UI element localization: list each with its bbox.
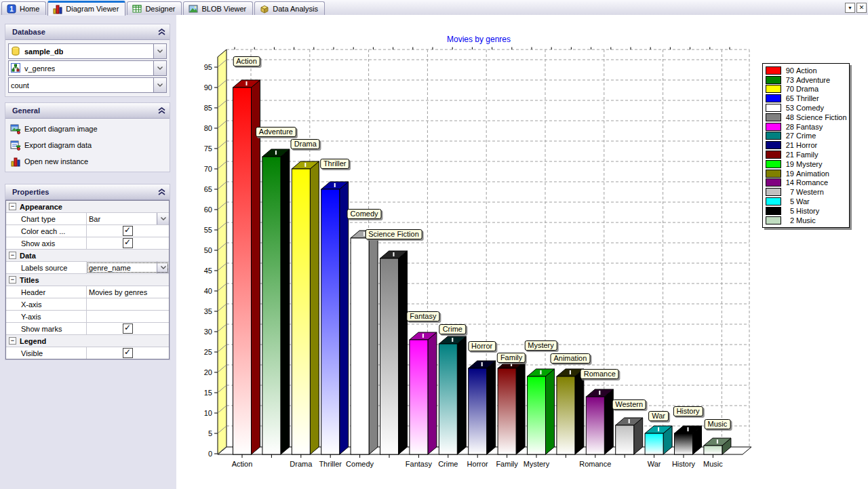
legend-label: Adventure — [796, 76, 830, 84]
property-row-header: Header Movies by genres — [6, 286, 169, 298]
legend-swatch — [766, 151, 781, 159]
collapse-chevron-icon[interactable] — [158, 189, 165, 195]
legend-value: 27 — [784, 132, 794, 140]
legend-item-History: 5History — [766, 206, 848, 216]
legend-visible-checkbox[interactable] — [123, 348, 133, 358]
bar-History — [675, 426, 702, 454]
tab-designer[interactable]: Designer — [127, 1, 182, 15]
legend-label: Music — [796, 216, 816, 224]
legend-swatch — [766, 197, 781, 206]
legend-swatch — [766, 94, 781, 102]
collapse-chevron-icon[interactable] — [158, 107, 165, 114]
bar-Adventure — [262, 149, 290, 454]
open-new-instance-command[interactable]: Open new instance — [7, 153, 167, 170]
color-each-checkbox[interactable] — [123, 226, 133, 236]
chart-legend: 90Action73Adventure70Drama65Thriller53Co… — [762, 63, 850, 228]
svg-text:Movies by genres: Movies by genres — [447, 35, 511, 44]
tab-diagram-viewer[interactable]: Diagram Viewer — [47, 1, 125, 16]
collapse-chevron-icon[interactable] — [158, 28, 165, 35]
group-row-legend[interactable]: − Legend — [6, 335, 169, 347]
bar-Animation — [557, 369, 584, 454]
export-diagram-data-command[interactable]: Export diagram data — [7, 137, 167, 153]
legend-swatch — [766, 178, 781, 187]
group-row-appearance[interactable]: − Appearance — [6, 201, 169, 213]
export-diagram-image-command[interactable]: Export diagram image — [7, 121, 167, 137]
database-select[interactable]: sample_db — [8, 43, 167, 59]
legend-swatch — [766, 170, 781, 178]
collapse-minus-icon[interactable]: − — [9, 276, 16, 283]
tab-blob-viewer[interactable]: BLOB Viewer — [183, 1, 253, 15]
bar-Horror — [469, 361, 496, 454]
tab-data-analysis[interactable]: Data Analysis — [254, 1, 325, 15]
bar-Fantasy — [410, 332, 437, 454]
show-axis-checkbox[interactable] — [123, 238, 133, 248]
table-grid-icon — [132, 3, 142, 14]
legend-label: Horror — [796, 141, 817, 149]
bar-Romance — [586, 389, 613, 454]
svg-text:45: 45 — [204, 267, 212, 275]
legend-label: Romance — [796, 178, 828, 187]
legend-item-Action: 90Action — [766, 66, 848, 75]
general-panel: General Export diagram image Export diag… — [5, 103, 170, 172]
dropdown-button[interactable] — [153, 44, 166, 58]
svg-text:1: 1 — [9, 5, 14, 13]
legend-label: Family — [796, 151, 818, 159]
property-row-color-each: Color each ... — [6, 225, 169, 237]
close-button[interactable]: ✕ — [856, 3, 867, 13]
header-title-value[interactable]: Movies by genres — [89, 288, 147, 296]
dropdown-button[interactable] — [153, 61, 166, 75]
table-select[interactable]: v_genres — [8, 60, 167, 76]
svg-text:95: 95 — [204, 63, 212, 71]
property-label: Header — [6, 286, 87, 298]
legend-label: Action — [796, 66, 817, 75]
svg-text:Horror: Horror — [467, 460, 489, 468]
property-label: Chart type — [6, 213, 87, 224]
svg-text:30: 30 — [204, 328, 212, 336]
legend-swatch — [766, 66, 781, 75]
tab-list-button[interactable]: ▼ — [845, 3, 855, 13]
database-panel-header[interactable]: Database — [5, 24, 170, 40]
dropdown-button[interactable] — [157, 213, 169, 224]
chart-type-select[interactable]: Bar — [87, 213, 169, 224]
group-row-data[interactable]: − Data — [6, 250, 169, 262]
property-label: Show axis — [6, 237, 87, 249]
tab-home[interactable]: 1 Home — [1, 1, 46, 15]
legend-item-Crime: 27Crime — [766, 132, 848, 141]
group-row-titles[interactable]: − Titles — [6, 274, 169, 286]
collapse-minus-icon[interactable]: − — [9, 203, 16, 210]
legend-value: 14 — [784, 178, 794, 187]
close-icon: ✕ — [859, 5, 865, 11]
legend-item-War: 5War — [766, 197, 848, 206]
svg-text:60: 60 — [204, 206, 212, 214]
sidebar: Database sample_db v_genres count — [0, 15, 176, 489]
property-grid: − Appearance Chart type Bar Color each .… — [5, 200, 170, 359]
general-panel-header[interactable]: General — [5, 103, 170, 119]
legend-swatch — [766, 123, 781, 131]
column-select[interactable]: count — [8, 77, 167, 93]
labels-source-select[interactable]: genre_name — [87, 262, 169, 273]
legend-item-Comedy: 53Comedy — [766, 103, 848, 113]
dropdown-button[interactable] — [153, 78, 166, 92]
legend-label: Comedy — [796, 104, 824, 112]
collapse-minus-icon[interactable]: − — [9, 252, 16, 259]
panel-title: Properties — [12, 188, 49, 196]
legend-item-Fantasy: 28Fantasy — [766, 122, 848, 132]
new-instance-icon — [10, 156, 21, 167]
svg-text:Mystery: Mystery — [524, 460, 550, 468]
legend-item-Western: 7Western — [766, 187, 848, 197]
dropdown-button[interactable] — [157, 262, 169, 273]
svg-text:50: 50 — [204, 246, 212, 254]
legend-swatch — [766, 207, 781, 215]
properties-panel-header[interactable]: Properties — [5, 184, 170, 200]
legend-value: 7 — [784, 188, 794, 196]
table-select-value: v_genres — [24, 64, 55, 73]
legend-value: 2 — [784, 216, 794, 224]
legend-value: 53 — [784, 104, 794, 112]
tab-label: Designer — [145, 5, 175, 13]
show-marks-checkbox[interactable] — [123, 324, 133, 334]
collapse-minus-icon[interactable]: − — [9, 337, 16, 345]
legend-label: Science Fiction — [796, 113, 847, 121]
legend-label: Crime — [796, 132, 816, 140]
property-label: Visible — [6, 347, 87, 359]
legend-value: 21 — [784, 151, 794, 159]
